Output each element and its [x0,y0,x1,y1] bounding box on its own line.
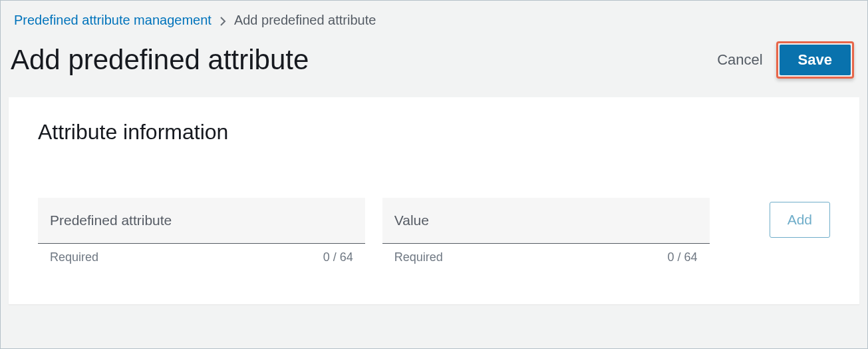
add-button[interactable]: Add [770,202,830,238]
required-label: Required [394,250,443,264]
predefined-attribute-field: Required 0 / 64 [38,198,365,264]
value-input[interactable] [382,198,710,244]
breadcrumb: Predefined attribute management Add pred… [1,1,867,35]
breadcrumb-current: Add predefined attribute [234,13,376,27]
header-actions: Cancel Save [717,41,854,79]
attribute-info-panel: Attribute information Required 0 / 64 Re… [9,97,859,304]
breadcrumb-parent-link[interactable]: Predefined attribute management [14,13,212,27]
panel-title: Attribute information [38,120,830,145]
predefined-attribute-input[interactable] [38,198,365,244]
required-label: Required [50,250,98,264]
predefined-attribute-meta: Required 0 / 64 [38,244,365,264]
save-button[interactable]: Save [780,45,851,75]
cancel-button[interactable]: Cancel [717,51,762,69]
value-field: Required 0 / 64 [382,198,710,264]
form-row: Required 0 / 64 Required 0 / 64 Add [38,198,830,264]
page-title: Add predefined attribute [11,44,309,76]
char-counter: 0 / 64 [668,250,698,264]
value-meta: Required 0 / 64 [382,244,710,264]
page-header: Add predefined attribute Cancel Save [1,35,867,97]
char-counter: 0 / 64 [323,250,353,264]
chevron-right-icon [219,13,227,28]
save-button-highlight: Save [776,41,854,79]
